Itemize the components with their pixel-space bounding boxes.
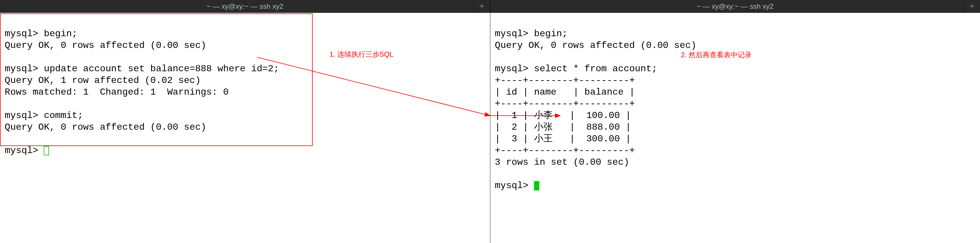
cursor-icon [44,146,49,155]
terminal-line: Query OK, 0 rows affected (0.00 sec) [5,40,206,51]
terminal-line: Query OK, 1 row affected (0.02 sec) [5,75,200,86]
tab-title-right: ~ — xy@xy:~ — ssh xy2 [697,2,773,11]
plus-icon: + [479,2,484,11]
tab-bar-right: ~ — xy@xy:~ — ssh xy2 + [490,0,980,13]
terminal-line: Query OK, 0 rows affected (0.00 sec) [495,40,697,51]
new-tab-button-right[interactable]: + [964,0,980,13]
terminal-line: | 1 | 小李 | 100.00 | [495,110,631,121]
annotation-2: 2. 然后再查看表中记录 [681,49,752,61]
terminal-line: +----+--------+---------+ [495,75,635,86]
terminal-line: mysql> select * from account; [495,63,657,74]
terminal-pane-left: ~ — xy@xy:~ — ssh xy2 + mysql> begin; Qu… [0,0,490,243]
terminal-line: mysql> begin; [5,28,78,39]
terminal-line: 3 rows in set (0.00 sec) [495,157,629,168]
terminal-line: Rows matched: 1 Changed: 1 Warnings: 0 [5,87,229,98]
terminal-line: mysql> [5,145,44,156]
new-tab-button-left[interactable]: + [474,0,490,13]
terminal-body-right[interactable]: mysql> begin; Query OK, 0 rows affected … [490,13,980,243]
terminal-line: | 3 | 小王 | 300.00 | [495,133,631,144]
annotation-1: 1. 连续执行三步SQL [329,48,393,60]
terminal-line: mysql> begin; [495,28,568,39]
terminal-line: | 2 | 小张 | 888.00 | [495,122,631,133]
tab-title-left: ~ — xy@xy:~ — ssh xy2 [207,2,283,11]
terminal-line: mysql> [495,180,534,191]
terminal-line: +----+--------+---------+ [495,98,635,109]
terminal-pane-right: ~ — xy@xy:~ — ssh xy2 + mysql> begin; Qu… [490,0,980,243]
terminal-line: +----+--------+---------+ [495,145,635,156]
tab-bar-left: ~ — xy@xy:~ — ssh xy2 + [0,0,490,13]
terminal-line: mysql> commit; [5,110,83,121]
terminal-line: | id | name | balance | [495,87,635,98]
cursor-icon [534,181,539,190]
plus-icon: + [969,2,974,11]
terminal-line: Query OK, 0 rows affected (0.00 sec) [5,122,206,133]
terminal-line: mysql> update account set balance=888 wh… [5,63,279,74]
svg-line-1 [257,57,490,116]
terminal-body-left[interactable]: mysql> begin; Query OK, 0 rows affected … [0,13,490,243]
